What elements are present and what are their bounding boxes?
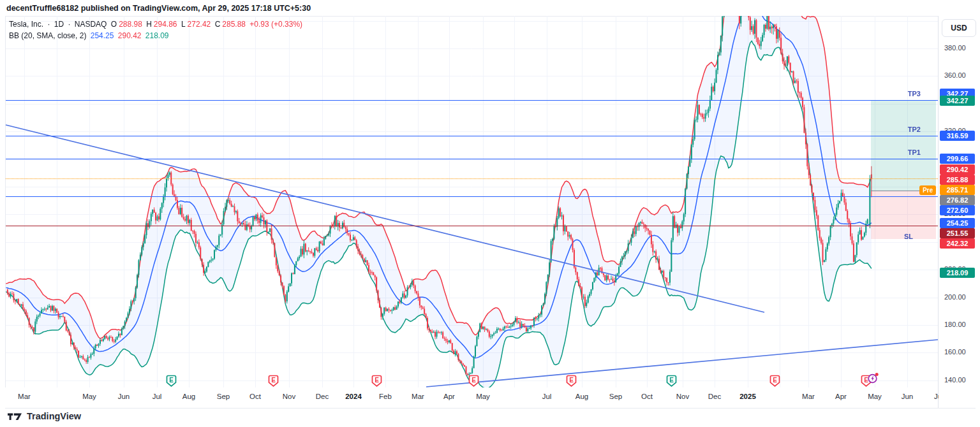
earnings-badge[interactable]: E: [666, 375, 687, 389]
month-label: Nov: [283, 393, 295, 400]
trendline-descending[interactable]: [6, 125, 764, 312]
month-label: Apr: [835, 393, 847, 400]
month-label: Aug: [575, 393, 588, 400]
month-label: Dec: [708, 393, 721, 400]
exchange: NASDAQ: [75, 20, 107, 29]
svg-text:E: E: [271, 377, 276, 384]
level-line-tp1[interactable]: [6, 159, 938, 159]
price-label: 218.09: [940, 268, 975, 278]
price-label: 254.25: [940, 218, 975, 228]
level-line-tp3[interactable]: [6, 100, 938, 101]
month-label: Mar: [802, 393, 815, 400]
time-axis[interactable]: MarMayJunJulAugSepOctNovDec2024FebMarApr…: [0, 387, 938, 408]
earnings-alarm-icon: [867, 372, 879, 384]
price-label: 251.55: [940, 228, 975, 238]
price-tick: 140.00: [944, 376, 966, 384]
svg-text:E: E: [669, 377, 674, 384]
month-label: Apr: [443, 393, 455, 400]
price-label: 290.42: [940, 164, 975, 175]
tradingview-logo-icon: [8, 412, 22, 421]
bb-middle-value: 254.25: [91, 31, 114, 40]
price-label: 242.32: [940, 238, 975, 249]
month-label: Sep: [217, 393, 230, 400]
level-line-support-272[interactable]: [6, 196, 938, 197]
indicator-header-row[interactable]: BB (20, SMA, close, 2) 254.25 290.42 218…: [9, 31, 171, 40]
tp2-label: TP2: [908, 126, 921, 133]
month-label: Aug: [182, 393, 195, 400]
level-line-premarket-price[interactable]: [6, 178, 938, 179]
earnings-badge[interactable]: E: [468, 375, 489, 389]
open-value: 288.98: [119, 20, 142, 29]
svg-text:E: E: [471, 377, 476, 384]
high-value: 294.86: [154, 20, 177, 29]
price-label: 299.66: [940, 154, 975, 164]
earnings-badge[interactable]: E: [861, 375, 881, 389]
bb-upper-value: 290.42: [118, 31, 142, 40]
month-label: May: [868, 393, 882, 400]
price-label: 285.71: [940, 185, 975, 195]
price-tick: 380.00: [944, 44, 966, 52]
month-label: Sep: [609, 393, 622, 400]
currency-button[interactable]: USD: [942, 19, 976, 37]
price-tick: 160.00: [944, 348, 966, 356]
tradingview-published-chart: decentTruffle68182 published on TradingV…: [0, 0, 980, 427]
price-tick: 360.00: [944, 71, 966, 79]
price-tick: 200.00: [944, 293, 966, 301]
indicator-name[interactable]: BB (20, SMA, close, 2): [9, 31, 86, 40]
month-label: Jul: [152, 393, 162, 400]
price-label: 316.59: [940, 131, 975, 141]
symbol-name[interactable]: Tesla, Inc.: [9, 20, 43, 29]
earnings-badge[interactable]: E: [166, 375, 186, 389]
earnings-badge[interactable]: E: [566, 375, 586, 389]
bb-lower-value: 218.09: [145, 31, 169, 40]
tp1-label: TP1: [908, 148, 921, 156]
earnings-badge[interactable]: E: [371, 375, 392, 389]
symbol-header-row[interactable]: Tesla, Inc. · 1D · NASDAQ O288.98 H294.8…: [9, 20, 304, 29]
earnings-badge[interactable]: E: [268, 375, 288, 389]
month-label: Jun: [118, 393, 130, 400]
svg-text:E: E: [375, 377, 379, 384]
month-label: Mar: [18, 393, 31, 400]
change-value: +0.93 (+0.33%): [249, 20, 302, 29]
month-label: May: [82, 393, 96, 400]
year-label: 2024: [345, 393, 362, 400]
level-line-tp2[interactable]: [6, 136, 938, 136]
svg-text:E: E: [169, 377, 174, 384]
tradingview-logo-text: TradingView: [27, 411, 81, 421]
month-label: Jun: [902, 393, 914, 400]
level-line-horizontal-251[interactable]: [6, 226, 938, 226]
premarket-tag: Pre: [919, 185, 936, 195]
month-label: May: [476, 393, 490, 400]
low-value: 272.42: [188, 20, 211, 29]
chart-pane[interactable]: E E E E E E E E TP3 TP2 TP1 SL Pre Tesla…: [0, 16, 938, 387]
year-label: 2025: [739, 393, 756, 400]
attribution-text: decentTruffle68182 published on TradingV…: [6, 4, 311, 13]
month-label: Feb: [379, 393, 392, 400]
month-label: Jul: [542, 393, 552, 400]
month-label: Oct: [641, 393, 653, 400]
tp3-label: TP3: [908, 90, 921, 98]
month-label: Dec: [316, 393, 329, 400]
month-label: Oct: [249, 393, 261, 400]
trendlines-layer[interactable]: [0, 16, 938, 387]
price-label: 342.27: [940, 96, 975, 106]
month-label: Mar: [412, 393, 424, 400]
month-label: Nov: [676, 393, 689, 400]
svg-text:E: E: [569, 377, 574, 384]
price-label: 272.60: [940, 205, 975, 215]
svg-text:E: E: [773, 377, 777, 384]
price-tick: 180.00: [944, 321, 966, 328]
price-label: 285.88: [940, 175, 975, 185]
tradingview-logo[interactable]: TradingView: [8, 411, 81, 421]
price-scale[interactable]: USD 380.00360.00340.00320.00300.00280.00…: [939, 16, 980, 408]
timeframe[interactable]: 1D: [54, 20, 64, 29]
sl-label: SL: [904, 233, 913, 240]
earnings-badge[interactable]: E: [769, 375, 790, 389]
price-label: 276.82: [940, 195, 975, 205]
close-value: 285.88: [222, 20, 246, 29]
